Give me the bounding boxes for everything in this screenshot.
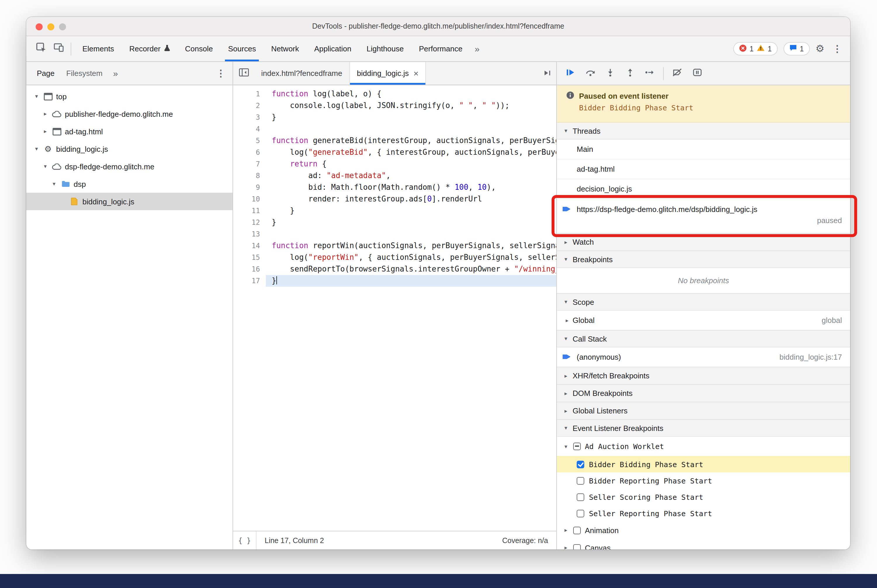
threads-section-header[interactable]: ▾ Threads (557, 123, 850, 140)
line-number[interactable]: 13 (233, 228, 266, 240)
more-panels-button[interactable]: » (470, 44, 484, 54)
thread-row-https-dsp-fledge-demo-glitch-me-dsp-bidding-logic-js[interactable]: https://dsp-fledge-demo.glitch.me/dsp/bi… (557, 199, 850, 233)
line-number[interactable]: 8 (233, 170, 266, 182)
thread-row-decision-logic-js[interactable]: decision_logic.js (557, 179, 850, 199)
line-number[interactable]: 3 (233, 111, 266, 123)
errors-warnings-badge[interactable]: 1 1 (733, 42, 778, 56)
watch-section-header[interactable]: ▸ Watch (557, 234, 850, 250)
scope-global-row[interactable]: ▸ Global global (557, 310, 850, 330)
thread-row-ad-tag-html[interactable]: ad-tag.html (557, 159, 850, 179)
checkbox-seller-scoring-phase-start[interactable] (577, 493, 584, 501)
line-number[interactable]: 1 (233, 88, 266, 100)
checkbox-bidder-bidding-phase-start[interactable] (577, 460, 584, 468)
editor-tab-bidding-logic-js[interactable]: bidding_logic.js× (350, 62, 426, 85)
step-into-button[interactable] (600, 64, 620, 82)
code-line[interactable]: 14function reportWin(auctionSignals, per… (233, 240, 556, 252)
code-line[interactable]: 6 log("generateBid", { interestGroup, au… (233, 147, 556, 158)
breakpoint-bidder-reporting-phase-start[interactable]: Bidder Reporting Phase Start (557, 472, 850, 489)
code-line[interactable]: 12} (233, 217, 556, 228)
line-number[interactable]: 10 (233, 193, 266, 205)
breakpoint-group-canvas[interactable]: ▸Canvas (557, 539, 850, 549)
more-navigator-tabs-button[interactable]: » (108, 68, 123, 78)
line-number[interactable]: 12 (233, 217, 266, 228)
chevron-down-icon[interactable]: ▾ (51, 181, 57, 187)
chevron-down-icon[interactable]: ▾ (33, 146, 40, 152)
code-line[interactable]: 1function log(label, o) { (233, 88, 556, 100)
tree-item-bidding-logic-js[interactable]: ▾⚙bidding_logic.js (26, 140, 233, 158)
chevron-down-icon[interactable]: ▾ (42, 164, 48, 170)
line-number[interactable]: 14 (233, 240, 266, 252)
code-line[interactable]: 5function generateBid(interestGroup, auc… (233, 135, 556, 147)
step-button[interactable] (640, 64, 660, 82)
minimize-window-button[interactable] (47, 23, 54, 30)
line-number[interactable]: 7 (233, 158, 266, 170)
checkbox-animation[interactable] (573, 526, 581, 534)
line-number[interactable]: 2 (233, 100, 266, 111)
code-line[interactable]: 16 sendReportTo(browserSignals.interestG… (233, 263, 556, 275)
pause-on-exceptions-button[interactable] (687, 64, 707, 82)
zoom-window-button[interactable] (59, 23, 66, 30)
close-tab-icon[interactable]: × (414, 69, 419, 78)
step-out-button[interactable] (620, 64, 640, 82)
event-listener-breakpoints-section-header[interactable]: ▾ Event Listener Breakpoints (557, 420, 850, 437)
line-number[interactable]: 15 (233, 252, 266, 263)
inspect-element-button[interactable] (32, 40, 50, 57)
chevron-down-icon[interactable]: ▾ (33, 94, 40, 99)
navigator-menu-button[interactable]: ⋮ (214, 68, 228, 79)
panel-tab-application[interactable]: Application (307, 36, 359, 61)
panel-tab-elements[interactable]: Elements (75, 36, 122, 61)
step-over-button[interactable] (580, 64, 600, 82)
line-number[interactable]: 4 (233, 123, 266, 135)
breakpoint-seller-scoring-phase-start[interactable]: Seller Scoring Phase Start (557, 489, 850, 505)
line-number[interactable]: 17 (233, 275, 266, 287)
resume-script-button[interactable] (560, 64, 580, 82)
issues-badge[interactable]: 1 (784, 42, 810, 56)
customize-devtools-menu-button[interactable]: ⋮ (830, 43, 844, 54)
breakpoint-group-ad-auction-worklet[interactable]: ▾Ad Auction Worklet (557, 437, 850, 456)
panel-tab-lighthouse[interactable]: Lighthouse (359, 36, 411, 61)
code-line[interactable]: 3} (233, 111, 556, 123)
code-line[interactable]: 8 ad: "ad-metadata", (233, 170, 556, 182)
sidebar-tab-page[interactable]: Page (31, 62, 60, 85)
panel-tab-console[interactable]: Console (178, 36, 220, 61)
checkbox-ad-auction-worklet[interactable] (573, 442, 581, 450)
tree-item-top[interactable]: ▾top (26, 88, 233, 105)
panel-tab-performance[interactable]: Performance (411, 36, 470, 61)
tree-item-ad-tag-html[interactable]: ▸ad-tag.html (26, 123, 233, 140)
scope-section-header[interactable]: ▾ Scope (557, 294, 850, 310)
toggle-navigator-button[interactable] (233, 64, 254, 82)
panel-tab-network[interactable]: Network (263, 36, 307, 61)
line-number[interactable]: 6 (233, 147, 266, 158)
line-number[interactable]: 5 (233, 135, 266, 147)
thread-row-main[interactable]: Main (557, 140, 850, 159)
code-editor[interactable]: 1function log(label, o) {2 console.log(l… (233, 85, 556, 531)
checkbox-seller-reporting-phase-start[interactable] (577, 510, 584, 517)
code-line[interactable]: 11 } (233, 205, 556, 217)
device-toolbar-button[interactable] (50, 40, 67, 57)
breakpoint-seller-reporting-phase-start[interactable]: Seller Reporting Phase Start (557, 505, 850, 521)
breakpoints-section-header[interactable]: ▾ Breakpoints (557, 251, 850, 268)
tree-item-dsp[interactable]: ▾dsp (26, 175, 233, 193)
call-stack-section-header[interactable]: ▾ Call Stack (557, 330, 850, 347)
panel-tab-recorder[interactable]: Recorder (122, 36, 178, 61)
line-number[interactable]: 16 (233, 263, 266, 275)
code-line[interactable]: 17} (233, 275, 556, 287)
breakpoint-group-animation[interactable]: ▸Animation (557, 521, 850, 539)
window-titlebar[interactable]: DevTools - publisher-fledge-demo.glitch.… (26, 17, 850, 36)
open-file-navigation-button[interactable] (539, 64, 556, 82)
chevron-right-icon[interactable]: ▸ (42, 129, 48, 134)
chevron-down-icon[interactable]: ▾ (563, 444, 569, 449)
tree-item-publisher-fledge-demo-glitch-me[interactable]: ▸publisher-fledge-demo.glitch.me (26, 105, 233, 123)
code-line[interactable]: 7 return { (233, 158, 556, 170)
chevron-right-icon[interactable]: ▸ (563, 545, 569, 550)
code-line[interactable]: 9 bid: Math.floor(Math.random() * 100, 1… (233, 182, 556, 193)
global-listeners-section-header[interactable]: ▸ Global Listeners (557, 402, 850, 419)
xhr-breakpoints-section-header[interactable]: ▸ XHR/fetch Breakpoints (557, 367, 850, 384)
breakpoint-bidder-bidding-phase-start[interactable]: Bidder Bidding Phase Start (557, 456, 850, 472)
code-line[interactable]: 10 render: interestGroup.ads[0].renderUr… (233, 193, 556, 205)
call-stack-frame[interactable]: (anonymous) bidding_logic.js:17 (557, 347, 850, 367)
checkbox-bidder-reporting-phase-start[interactable] (577, 477, 584, 484)
tree-item-bidding-logic-js[interactable]: bidding_logic.js (26, 193, 233, 210)
line-number[interactable]: 11 (233, 205, 266, 217)
deactivate-breakpoints-button[interactable] (667, 64, 687, 82)
